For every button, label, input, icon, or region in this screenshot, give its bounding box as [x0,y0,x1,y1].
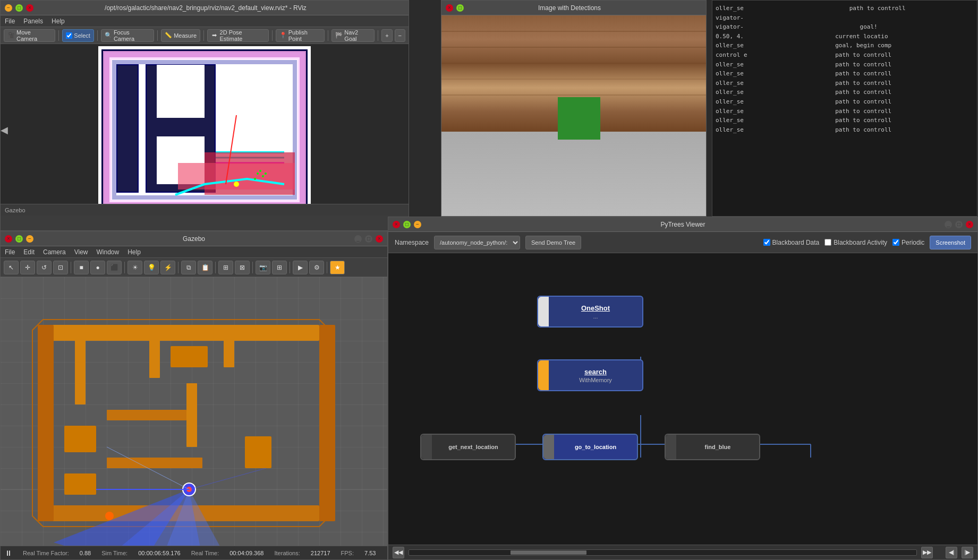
rviz-map-area[interactable]: ◀ [1,44,409,216]
oneshot-subtitle: ... [555,313,636,320]
gazebo-extra-btn2[interactable]: □ [365,235,372,243]
pytrees-min-btn[interactable]: − [414,221,421,228]
select-checkbox[interactable] [66,32,72,39]
pt-win-btn1[interactable]: _ [945,221,952,228]
gazebo-menu-help[interactable]: Help [127,248,141,256]
detection-image-area [441,15,706,216]
gazebo-scene[interactable] [1,277,387,546]
console-line-14: oller_se path to controll [716,125,974,135]
gazebo-pause-btn[interactable]: ⏸ [5,549,12,557]
gazebo-menu-edit[interactable]: Edit [23,248,35,256]
rviz-left-arrow[interactable]: ◀ [1,124,8,136]
pytrees-canvas[interactable]: OneShot ... search WithMemory get_next_l… [388,253,977,545]
gazebo-menu-file[interactable]: File [5,248,15,256]
blackboard-activity-checkbox[interactable] [824,239,831,246]
blackboard-activity-checkbox-container[interactable]: Blackboard Activity [824,239,887,246]
gz-sep-2 [124,262,125,273]
gazebo-close-btn[interactable]: × [5,235,12,243]
gz-copy-btn[interactable]: ⧉ [181,261,196,274]
pose-estimate-btn[interactable]: ➡ 2D Pose Estimate [207,29,269,42]
gz-box-btn[interactable]: ■ [74,261,89,274]
rviz-menubar: File Panels Help [1,15,409,27]
pt-scroll-right[interactable]: ▶▶ [921,547,933,558]
gz-scale-tool[interactable]: ⊡ [53,261,68,274]
pt-scrollbar-track[interactable] [409,549,917,556]
pytrees-window-controls[interactable]: × □ − [393,221,421,228]
focus-camera-btn[interactable]: 🔍 Focus Camera [101,29,154,42]
oneshot-node[interactable]: OneShot ... [537,296,643,328]
go-to-location-node[interactable]: go_to_location [542,434,638,460]
rviz-menu-panels[interactable]: Panels [23,18,43,25]
get-next-location-node[interactable]: get_next_location [420,434,516,460]
gz-sphere-btn[interactable]: ● [90,261,105,274]
gz-align-btn[interactable]: ⊞ [218,261,233,274]
pytrees-title: PyTrees Viewer [421,221,945,228]
blackboard-data-checkbox-container[interactable]: Blackboard Data [763,239,820,246]
gazebo-extra-close[interactable]: × [376,235,383,243]
gz-settings-btn[interactable]: ⚙ [309,261,324,274]
detection-titlebar: × □ Image with Detections [441,1,706,15]
gz-cylinder-btn[interactable]: ⬛ [107,261,122,274]
subtract-btn[interactable]: − [395,29,405,42]
rviz-menu-file[interactable]: File [5,18,15,25]
rviz-window: − □ × /opt/ros/galactic/share/nav2_bring… [0,0,409,231]
send-demo-tree-btn[interactable]: Send Demo Tree [525,236,581,249]
screenshot-btn[interactable]: Screenshot [930,236,971,249]
pt-nav-prev[interactable]: ◀| [946,547,957,558]
gazebo-min-btn[interactable]: − [26,235,33,243]
blackboard-data-checkbox[interactable] [763,239,770,246]
pt-scrollbar-thumb[interactable] [511,550,586,555]
nav2-goal-btn[interactable]: 🏁 Nav2 Goal [331,29,375,42]
gz-screenshot-btn[interactable]: 📷 [256,261,270,274]
gz-grid-btn[interactable]: ⊞ [272,261,287,274]
gz-play-btn[interactable]: ▶ [293,261,308,274]
gazebo-window-controls[interactable]: × □ − [5,235,33,243]
rviz-titlebar: − □ × /opt/ros/galactic/share/nav2_bring… [1,1,409,15]
detection-max-btn[interactable]: □ [456,4,464,12]
gz-active-btn[interactable]: ★ [330,261,345,274]
rviz-menu-help[interactable]: Help [52,18,65,25]
rviz-maximize-btn[interactable]: □ [15,4,23,12]
rviz-window-controls[interactable]: − □ × [5,4,33,12]
gazebo-menu-view[interactable]: View [74,248,88,256]
add-btn[interactable]: + [381,29,392,42]
gz-point-light[interactable]: 💡 [144,261,159,274]
gazebo-window: × □ − Gazebo _ □ × File Edit Camera View… [0,231,388,560]
pt-win-btn2[interactable]: □ [955,221,963,228]
namespace-select[interactable]: /autonomy_node_python/: [434,236,520,249]
measure-btn[interactable]: 📏 Measure [161,29,200,42]
find-blue-node[interactable]: find_blue [665,434,760,460]
gz-select-tool[interactable]: ↖ [4,261,19,274]
svg-rect-8 [157,65,205,118]
gazebo-extra-btn1[interactable]: _ [354,235,362,243]
toolbar-sep-6 [328,30,328,41]
svg-rect-33 [149,325,160,378]
svg-point-15 [262,175,264,177]
gazebo-menu-camera[interactable]: Camera [43,248,66,256]
select-btn[interactable]: Select [62,29,94,42]
rviz-close-btn[interactable]: × [26,4,33,12]
publish-point-btn[interactable]: 📍 Publish Point [276,29,325,42]
gz-move-tool[interactable]: ✛ [20,261,35,274]
pt-win-close[interactable]: × [966,221,973,228]
pytrees-max-btn[interactable]: □ [403,221,411,228]
rviz-minimize-btn[interactable]: − [5,4,12,12]
detection-close-btn[interactable]: × [446,4,453,12]
gz-snap-btn[interactable]: ⊠ [235,261,250,274]
fps-label: FPS: [341,550,354,556]
blackboard-activity-label: Blackboard Activity [834,239,887,246]
periodic-checkbox[interactable] [892,239,899,246]
gz-spot-light[interactable]: ⚡ [160,261,175,274]
gz-paste-btn[interactable]: 📋 [198,261,212,274]
gz-rotate-tool[interactable]: ↺ [37,261,52,274]
gazebo-menu-window[interactable]: Window [97,248,120,256]
move-camera-btn[interactable]: 🎥 Move Camera [4,29,55,42]
gz-sun-light[interactable]: ☀ [127,261,142,274]
detection-window-controls[interactable]: × □ [446,4,464,12]
gazebo-max-btn[interactable]: □ [15,235,23,243]
pt-nav-next[interactable]: |▶ [962,547,973,558]
periodic-checkbox-container[interactable]: Periodic [892,239,924,246]
pytrees-close-btn[interactable]: × [393,221,400,228]
search-node[interactable]: search WithMemory [537,359,643,391]
pt-scroll-left[interactable]: ◀◀ [393,547,404,558]
